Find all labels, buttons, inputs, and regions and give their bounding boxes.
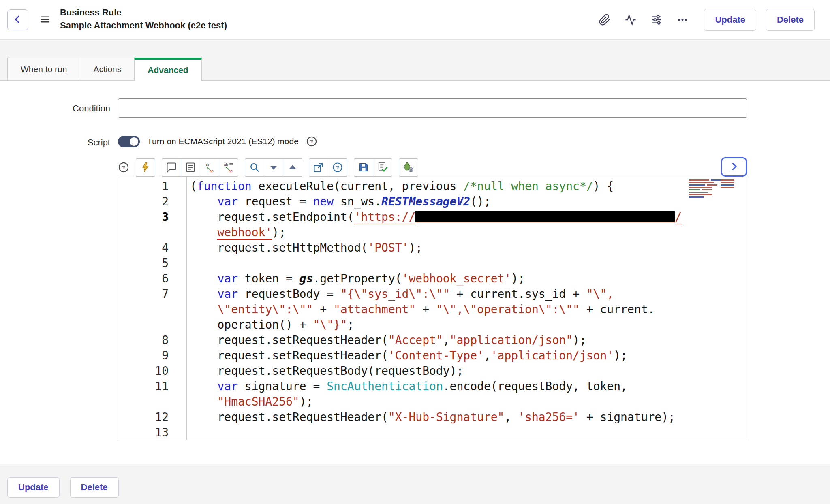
svg-text:ac: ac bbox=[229, 169, 233, 173]
code-area[interactable]: (function executeRule(current, previous … bbox=[187, 177, 747, 440]
code-line[interactable]: var token = gs.getProperty('webhook_secr… bbox=[190, 271, 747, 286]
activity-icon[interactable] bbox=[622, 11, 639, 28]
update-button[interactable]: Update bbox=[7, 477, 60, 498]
line-number: 4 bbox=[118, 240, 186, 256]
page: Business Rule Sample Attachment Webhook … bbox=[0, 0, 830, 504]
debug-button[interactable] bbox=[399, 158, 418, 177]
header-bar: Business Rule Sample Attachment Webhook … bbox=[0, 0, 830, 40]
code-line[interactable]: request.setRequestBody(requestBody); bbox=[190, 363, 747, 379]
line-number bbox=[118, 394, 186, 410]
line-number bbox=[118, 302, 186, 317]
line-number: 12 bbox=[118, 410, 186, 425]
tab-strip: When to runActionsAdvanced bbox=[0, 58, 830, 81]
save-button[interactable] bbox=[354, 158, 373, 177]
code-line[interactable]: "HmacSHA256"); bbox=[190, 394, 747, 410]
code-line[interactable]: var request = new sn_ws.RESTMessageV2(); bbox=[190, 194, 747, 209]
code-line[interactable]: var requestBody = "{\"sys_id\":\"" + cur… bbox=[190, 286, 747, 302]
code-line[interactable]: request.setRequestHeader("Accept","appli… bbox=[190, 333, 747, 348]
expand-editor-button[interactable] bbox=[721, 157, 747, 177]
code-line[interactable] bbox=[190, 425, 747, 440]
svg-text:ab: ab bbox=[224, 163, 228, 167]
line-number: 3 bbox=[118, 209, 186, 225]
open-window-button[interactable] bbox=[309, 158, 328, 177]
title-block: Business Rule Sample Attachment Webhook … bbox=[60, 6, 227, 32]
editor-help-icon[interactable]: ? bbox=[118, 162, 129, 173]
delete-button[interactable]: Delete bbox=[70, 477, 119, 498]
update-button-header[interactable]: Update bbox=[704, 9, 756, 31]
attachment-icon[interactable] bbox=[596, 11, 613, 28]
code-line[interactable]: request.setRequestHeader('Content-Type',… bbox=[190, 348, 747, 363]
code-line[interactable]: operation() + "\"}"; bbox=[190, 317, 747, 333]
line-number: 1 bbox=[118, 179, 186, 194]
syntax-check-button[interactable] bbox=[373, 158, 392, 177]
tab-when-to-run[interactable]: When to run bbox=[7, 58, 80, 80]
toolbar-group bbox=[399, 158, 418, 177]
toggle-comment-button[interactable] bbox=[162, 158, 181, 177]
chevron-right-icon bbox=[728, 160, 740, 174]
toolbar-group: abacabac bbox=[162, 158, 238, 177]
code-line[interactable]: request.setEndpoint('https:/// bbox=[190, 209, 747, 225]
line-number: 6 bbox=[118, 271, 186, 286]
more-icon[interactable] bbox=[674, 11, 691, 28]
context-menu-button[interactable] bbox=[37, 12, 53, 28]
line-number: 8 bbox=[118, 333, 186, 348]
replace-all-button[interactable]: abac bbox=[219, 158, 238, 177]
tab-advanced[interactable]: Advanced bbox=[134, 58, 201, 81]
toggle-knob bbox=[130, 137, 138, 146]
line-number: 2 bbox=[118, 194, 186, 209]
code-line[interactable]: \"entity\":\"" + "attachment" + "\",\"op… bbox=[190, 302, 747, 317]
condition-label: Condition bbox=[0, 103, 110, 114]
search-button[interactable] bbox=[245, 158, 264, 177]
svg-text:ac: ac bbox=[210, 169, 214, 173]
condition-input[interactable] bbox=[118, 98, 747, 118]
replace-button[interactable]: abac bbox=[200, 158, 219, 177]
toolbar-group: ? bbox=[309, 158, 347, 177]
minimap bbox=[688, 178, 736, 203]
line-number bbox=[118, 317, 186, 333]
editor-toolbar-groups: abacabac? bbox=[136, 158, 418, 177]
line-number: 5 bbox=[118, 256, 186, 271]
header-actions: Update Delete bbox=[596, 9, 815, 31]
toolbar-group bbox=[354, 158, 392, 177]
delete-button-header[interactable]: Delete bbox=[766, 9, 815, 31]
script-label: Script bbox=[0, 137, 110, 148]
header-icon-buttons bbox=[596, 11, 691, 28]
hamburger-icon bbox=[39, 21, 51, 27]
format-code-button[interactable] bbox=[136, 158, 155, 177]
code-line[interactable]: var signature = SncAuthentication.encode… bbox=[190, 379, 747, 394]
tab-actions[interactable]: Actions bbox=[80, 58, 135, 80]
code-line[interactable]: webhook'); bbox=[190, 225, 747, 240]
line-number: 7 bbox=[118, 286, 186, 302]
api-help-button[interactable]: ? bbox=[328, 158, 347, 177]
personalize-icon[interactable] bbox=[648, 11, 665, 28]
back-button[interactable] bbox=[7, 9, 28, 30]
toolbar-group bbox=[136, 158, 155, 177]
code-line[interactable]: request.setHttpMethod('POST'); bbox=[190, 240, 747, 256]
svg-text:?: ? bbox=[310, 139, 313, 145]
code-line[interactable]: request.setRequestHeader("X-Hub-Signatur… bbox=[190, 410, 747, 425]
script-mode-row: Turn on ECMAScript 2021 (ES12) mode ? bbox=[118, 134, 317, 149]
toolbar-group bbox=[245, 158, 302, 177]
line-number: 11 bbox=[118, 379, 186, 394]
line-number: 10 bbox=[118, 363, 186, 379]
line-number bbox=[118, 225, 186, 240]
find-next-button[interactable] bbox=[264, 158, 283, 177]
svg-text:ab: ab bbox=[205, 163, 209, 167]
chevron-left-icon bbox=[12, 13, 24, 27]
line-number: 9 bbox=[118, 348, 186, 363]
es-mode-label: Turn on ECMAScript 2021 (ES12) mode bbox=[147, 137, 299, 146]
es-mode-toggle[interactable] bbox=[118, 136, 140, 147]
code-line[interactable]: (function executeRule(current, previous … bbox=[190, 179, 747, 194]
form-content: Condition Script Turn on ECMAScript 2021… bbox=[0, 81, 830, 464]
es-mode-help-icon[interactable]: ? bbox=[306, 136, 317, 147]
svg-text:?: ? bbox=[336, 164, 339, 171]
script-editor: 12345678910111213 (function executeRule(… bbox=[118, 177, 747, 440]
format-document-button[interactable] bbox=[181, 158, 200, 177]
editor-toolbar: ? abacabac? bbox=[118, 158, 747, 177]
code-gutter: 12345678910111213 bbox=[118, 177, 187, 440]
code-line[interactable] bbox=[190, 256, 747, 271]
record-title: Sample Attachment Webhook (e2e test) bbox=[60, 19, 227, 32]
line-number: 13 bbox=[118, 425, 186, 440]
find-previous-button[interactable] bbox=[283, 158, 302, 177]
svg-text:?: ? bbox=[122, 164, 125, 171]
